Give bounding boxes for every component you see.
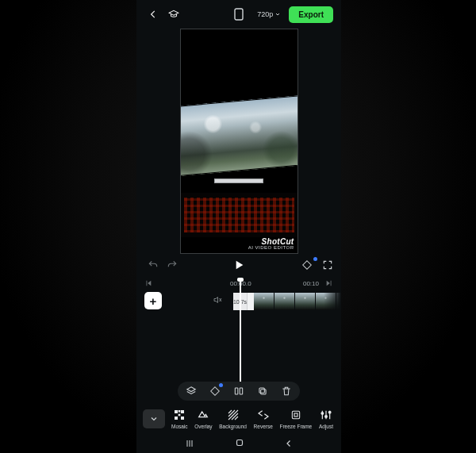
tool-background[interactable]: Background bbox=[219, 409, 247, 429]
overlay-icon bbox=[197, 409, 209, 421]
back-nav-icon[interactable] bbox=[284, 437, 294, 451]
watermark: ShotCut AI VIDEO EDITOR bbox=[248, 237, 294, 250]
effects-icon[interactable] bbox=[209, 386, 221, 397]
clip-left-handle[interactable] bbox=[248, 293, 254, 310]
play-button[interactable] bbox=[232, 259, 245, 271]
add-media-button[interactable]: + bbox=[144, 292, 162, 309]
svg-rect-10 bbox=[178, 414, 181, 417]
chevron-down-icon bbox=[274, 11, 281, 17]
resolution-label: 720p bbox=[257, 10, 273, 18]
svg-point-13 bbox=[321, 413, 324, 415]
svg-rect-5 bbox=[175, 410, 178, 413]
home-nav-icon[interactable] bbox=[234, 437, 245, 451]
clip-thumb bbox=[336, 293, 341, 310]
tool-overlay[interactable]: Overlay bbox=[194, 409, 212, 429]
skip-start-icon[interactable] bbox=[144, 279, 152, 287]
clip-thumb bbox=[254, 293, 274, 310]
header-bar: 720p Export bbox=[136, 0, 341, 29]
bottom-toolbar: MosaicOverlayBackgroundReverseFreeze Fra… bbox=[136, 402, 341, 436]
svg-rect-1 bbox=[235, 388, 238, 394]
delete-icon[interactable] bbox=[281, 386, 292, 397]
layer-icon[interactable] bbox=[186, 386, 197, 397]
preview-clip-content bbox=[180, 95, 298, 176]
tool-label: Freeze Frame bbox=[279, 424, 312, 429]
copy-icon[interactable] bbox=[257, 386, 268, 397]
tutorial-icon[interactable] bbox=[168, 9, 179, 20]
recents-nav-icon[interactable] bbox=[184, 437, 195, 451]
clip-strip[interactable]: 10.7s bbox=[233, 293, 341, 310]
svg-rect-8 bbox=[175, 417, 178, 420]
more-tools-button[interactable] bbox=[143, 409, 165, 428]
preview-progress-bar bbox=[214, 179, 263, 183]
skip-end-icon[interactable] bbox=[325, 279, 333, 287]
svg-rect-9 bbox=[181, 417, 184, 420]
tool-label: Reverse bbox=[254, 424, 273, 429]
playhead[interactable] bbox=[240, 279, 241, 398]
svg-point-15 bbox=[328, 411, 331, 413]
video-preview[interactable]: ShotCut AI VIDEO EDITOR bbox=[180, 29, 298, 254]
tool-label: Background bbox=[219, 424, 247, 429]
redo-icon[interactable] bbox=[167, 259, 178, 271]
svg-rect-2 bbox=[240, 388, 243, 394]
total-duration: 00:10 bbox=[303, 280, 319, 287]
clip-thumb bbox=[274, 293, 295, 310]
app-frame: 720p Export ShotCut AI VIDEO EDITOR bbox=[136, 0, 341, 453]
clip-thumb bbox=[316, 293, 336, 310]
tool-reverse[interactable]: Reverse bbox=[254, 409, 273, 429]
watermark-tagline: AI VIDEO EDITOR bbox=[248, 245, 294, 250]
aspect-ratio-icon[interactable] bbox=[234, 8, 244, 21]
tool-mosaic[interactable]: Mosaic bbox=[171, 409, 188, 429]
svg-rect-6 bbox=[178, 410, 181, 413]
clip-thumbnails bbox=[254, 293, 341, 310]
tool-adjust[interactable]: Adjust bbox=[319, 409, 333, 429]
transport-bar bbox=[136, 254, 341, 276]
timeline-row: + 10.7s bbox=[136, 290, 341, 314]
tool-label: Mosaic bbox=[171, 424, 188, 429]
tool-label: Overlay bbox=[194, 424, 212, 429]
back-icon[interactable] bbox=[148, 9, 159, 20]
preview-lower-content bbox=[181, 193, 298, 237]
freeze-icon bbox=[290, 409, 302, 421]
preview-area: ShotCut AI VIDEO EDITOR bbox=[136, 29, 341, 254]
fullscreen-icon[interactable] bbox=[322, 259, 333, 271]
svg-rect-11 bbox=[292, 411, 299, 418]
background-icon bbox=[227, 409, 240, 421]
system-nav-bar bbox=[136, 436, 341, 453]
edit-pill bbox=[178, 382, 300, 401]
resolution-selector[interactable]: 720p bbox=[257, 10, 281, 18]
adjust-icon bbox=[320, 409, 332, 421]
tool-freeze[interactable]: Freeze Frame bbox=[279, 409, 312, 429]
svg-point-14 bbox=[325, 416, 328, 418]
export-button[interactable]: Export bbox=[289, 6, 333, 23]
svg-rect-3 bbox=[261, 390, 266, 394]
split-icon[interactable] bbox=[233, 386, 244, 397]
svg-rect-16 bbox=[236, 440, 242, 446]
svg-rect-4 bbox=[259, 388, 264, 393]
keyframe-badge-icon bbox=[313, 257, 317, 261]
clip-thumb bbox=[295, 293, 316, 310]
svg-rect-7 bbox=[181, 410, 184, 413]
svg-rect-0 bbox=[235, 9, 243, 20]
keyframe-icon[interactable] bbox=[301, 259, 313, 271]
mute-icon[interactable] bbox=[213, 295, 222, 305]
effects-badge-icon bbox=[219, 383, 223, 387]
undo-icon[interactable] bbox=[148, 259, 159, 271]
tool-label: Adjust bbox=[319, 424, 333, 429]
reverse-icon bbox=[257, 409, 270, 421]
mosaic-icon bbox=[173, 409, 186, 421]
svg-rect-12 bbox=[294, 413, 298, 417]
